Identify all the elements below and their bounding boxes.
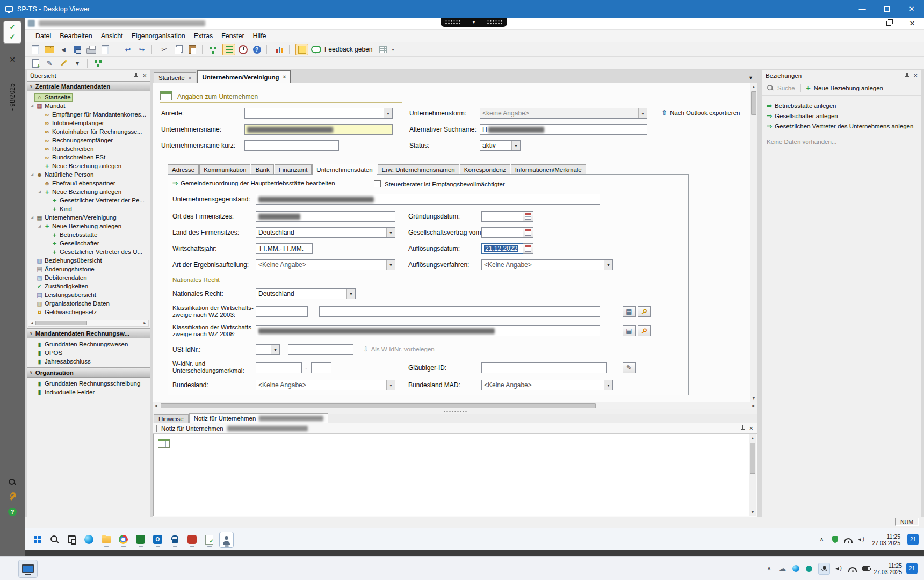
- dropdown-icon[interactable]: ▾: [71, 57, 84, 69]
- scrollbar-thumb[interactable]: [161, 403, 596, 408]
- task-view-icon[interactable]: [64, 532, 79, 548]
- organization-tree-icon[interactable]: [208, 44, 221, 55]
- tree-item[interactable]: ◢ Infobriefempfänger: [28, 119, 150, 127]
- dropdown-arrow-icon[interactable]: ▼: [638, 108, 647, 118]
- tray-chevron-icon[interactable]: [764, 564, 773, 573]
- settings-wrench-icon[interactable]: [9, 492, 16, 501]
- drag-handle[interactable]: [156, 425, 157, 432]
- form-vertical-scrollbar[interactable]: ▲ ▼: [750, 83, 757, 402]
- zoom-icon[interactable]: [9, 479, 16, 486]
- print-icon[interactable]: [85, 44, 98, 55]
- menu-item[interactable]: Hilfe: [249, 31, 271, 41]
- scrollbar-thumb[interactable]: [35, 321, 87, 325]
- tree-item[interactable]: ◢ Natürliche Person: [28, 170, 150, 179]
- tree-item[interactable]: ◢ Rundschreiben ESt: [28, 153, 150, 162]
- unternehmensform-select[interactable]: <keine Angabe>▼: [480, 108, 647, 119]
- app-close-button[interactable]: ✕: [900, 18, 924, 30]
- wz2008-list-button[interactable]: ▤: [623, 325, 636, 336]
- glaeubiger-input[interactable]: [481, 363, 607, 373]
- separator[interactable]: [202, 45, 206, 54]
- tree-item[interactable]: ◢ Geldwäschegesetz: [28, 308, 150, 316]
- calendar-icon[interactable]: [523, 243, 533, 254]
- close-icon[interactable]: ×: [142, 72, 147, 79]
- tree-item[interactable]: OPOS: [28, 349, 150, 357]
- anlegen-link[interactable]: ⇒Betriebsstätte anlegen: [767, 102, 916, 110]
- section-header-mandantendaten-rechnungswesen[interactable]: ∨ Mandantendaten Rechnungsw...: [27, 328, 150, 338]
- session-thumbnail[interactable]: ✓ ✓: [3, 21, 21, 44]
- chevron-down-icon[interactable]: ▼: [472, 20, 476, 25]
- menu-item[interactable]: Extras: [190, 31, 217, 41]
- paste-icon[interactable]: [186, 44, 199, 55]
- unternehmensname-kurz-input[interactable]: [244, 140, 339, 151]
- expand-icon[interactable]: ◢: [29, 215, 35, 220]
- battery-icon[interactable]: [862, 564, 870, 573]
- user-app-icon[interactable]: [219, 532, 234, 548]
- session-close-icon[interactable]: ✕: [0, 55, 25, 64]
- widnr-vorbelegen-link[interactable]: ⇩Als W-IdNr. vorbelegen: [363, 345, 435, 353]
- edge-icon[interactable]: [791, 564, 800, 573]
- close-icon[interactable]: ×: [913, 72, 918, 79]
- expand-icon[interactable]: ◢: [29, 172, 35, 177]
- expand-icon[interactable]: ◢: [29, 104, 35, 108]
- tree-item[interactable]: ◢ Neue Beziehung anlegen: [28, 187, 150, 196]
- notiz-tab[interactable]: Notiz für Unternehmen: [189, 413, 329, 423]
- wz2003-list-button[interactable]: ▤: [623, 306, 636, 317]
- expand-icon[interactable]: ◢: [37, 224, 42, 228]
- outlook-icon[interactable]: [150, 532, 165, 548]
- volume-icon[interactable]: [857, 535, 866, 544]
- note-icon[interactable]: [295, 44, 308, 55]
- undo-icon[interactable]: ↩: [121, 44, 134, 55]
- network-icon[interactable]: [848, 564, 857, 573]
- document-tab[interactable]: Startseite ×: [154, 72, 196, 83]
- grid-icon[interactable]: [377, 44, 389, 55]
- scroll-left-icon[interactable]: ◄: [153, 404, 160, 408]
- app-teal-icon[interactable]: [805, 564, 813, 573]
- tree-item[interactable]: ◢ Unternehmen/Vereinigung: [28, 213, 150, 222]
- onedrive-icon[interactable]: [778, 564, 786, 573]
- back-icon[interactable]: ◄: [57, 44, 70, 55]
- clock[interactable]: 11:2527.03.2025: [872, 533, 900, 546]
- tree-item[interactable]: ◢ Rundschreiben: [28, 144, 150, 153]
- notification-badge[interactable]: 21: [906, 563, 918, 574]
- app-red-icon[interactable]: [185, 532, 199, 548]
- pin-icon[interactable]: [739, 425, 745, 431]
- dropdown-arrow-icon[interactable]: ▼: [386, 228, 395, 237]
- dropdown-arrow-icon[interactable]: ▼: [386, 260, 395, 270]
- unternehmensname-input[interactable]: [244, 124, 393, 135]
- tree-item[interactable]: ◢ Neue Beziehung anlegen: [28, 222, 150, 230]
- tree-item[interactable]: ◢ Änderungshistorie: [28, 265, 150, 273]
- status-select[interactable]: aktiv▼: [480, 140, 521, 151]
- start-button[interactable]: [30, 532, 45, 548]
- hinweise-tab[interactable]: Hinweise: [154, 414, 189, 423]
- scroll-left-icon[interactable]: ◄: [28, 321, 35, 325]
- tree-item[interactable]: ◢ Rechnungsempfänger: [28, 136, 150, 144]
- suche-label[interactable]: Suche: [777, 85, 795, 91]
- detail-tab[interactable]: Adresse: [168, 164, 199, 174]
- tab-close-icon[interactable]: ×: [283, 74, 286, 80]
- export-icon[interactable]: [99, 44, 112, 55]
- wirtschaftsjahr-input[interactable]: TT.MM.-TT.MM.: [256, 243, 313, 254]
- gegenstand-input[interactable]: [256, 194, 600, 205]
- tree-item[interactable]: ◢ Neue Beziehung anlegen: [28, 162, 150, 170]
- tree-item[interactable]: ◢ Leistungsübersicht: [28, 291, 150, 299]
- scroll-down-icon[interactable]: ▼: [749, 509, 756, 516]
- edge-icon[interactable]: [82, 532, 96, 548]
- separator[interactable]: [87, 59, 91, 68]
- tree-item[interactable]: ◢ Kontoinhaber für Rechnungssc...: [28, 127, 150, 136]
- app-restore-button[interactable]: [877, 18, 900, 30]
- viewer-close-button[interactable]: ✕: [899, 0, 924, 18]
- menu-item[interactable]: Ansicht: [97, 31, 127, 41]
- scroll-right-icon[interactable]: ►: [750, 404, 757, 408]
- widnr-input[interactable]: [256, 363, 302, 373]
- new-document-icon[interactable]: [29, 44, 42, 55]
- clock[interactable]: 11:2527.03.2025: [874, 562, 902, 575]
- wz2003-text-input[interactable]: [319, 306, 600, 317]
- separator[interactable]: [115, 45, 119, 54]
- wz2008-input[interactable]: [256, 325, 600, 336]
- tree-item[interactable]: Grunddaten Rechnungsschreibung: [28, 379, 150, 388]
- tree-item[interactable]: ◢ Debitorendaten: [28, 273, 150, 282]
- chart-icon[interactable]: [273, 44, 286, 55]
- notes-vertical-scrollbar[interactable]: ▲ ▼: [749, 434, 756, 516]
- detail-tab[interactable]: Korrespondenz: [460, 164, 510, 174]
- detail-tab[interactable]: Finanzamt: [275, 164, 312, 174]
